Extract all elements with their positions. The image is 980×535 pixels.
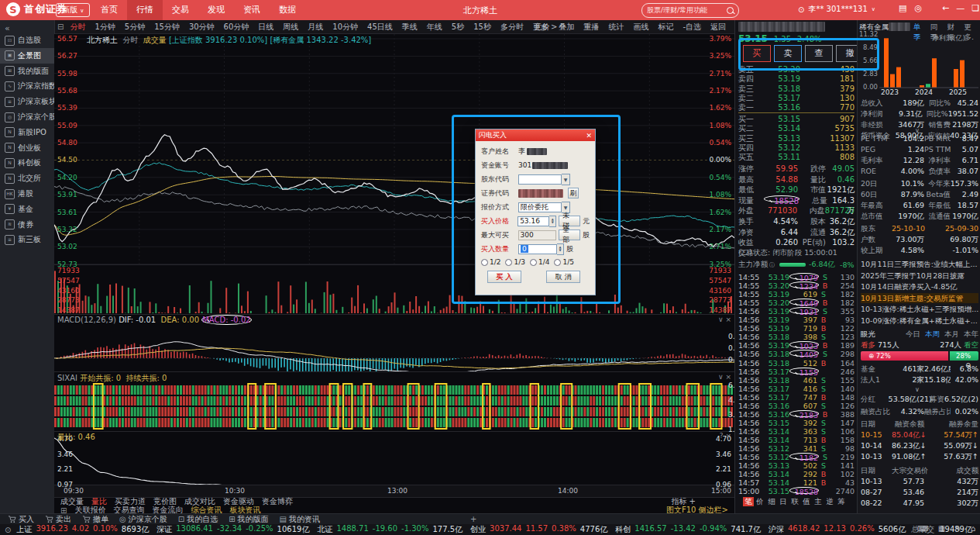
period-tab-5分钟[interactable]: 5分钟 (120, 22, 150, 33)
taskbar-我的自选[interactable]: ⊡我的自选 (178, 514, 218, 525)
radio-icon[interactable] (481, 259, 488, 266)
sidebar-item-沪深京板块[interactable]: ≡沪深京板块 (0, 94, 54, 109)
add-panel-button[interactable]: + (470, 515, 476, 523)
period-tab-分时[interactable]: 分时 (65, 22, 90, 33)
sidebar-item-债券[interactable]: ≋债券 (0, 217, 54, 233)
tick-tab-主[interactable]: 主 (813, 497, 824, 506)
period-tab-45日线[interactable]: 45日线 (363, 22, 397, 33)
tool-竞价[interactable]: 竞价 (529, 22, 554, 33)
dialog-close-icon[interactable]: ✕ (586, 132, 592, 140)
user-account[interactable]: ⊙ 李** 301***131 ∨ (798, 4, 875, 15)
tick-tab-价[interactable]: 价 (755, 497, 765, 506)
tick-tab-逆[interactable]: 逆 (824, 497, 835, 506)
sidebar-item-基金[interactable]: ¥基金 (0, 202, 54, 217)
period-tab-季线[interactable]: 季线 (397, 22, 422, 33)
fraction-option-1/4[interactable]: 1/4 (530, 258, 549, 266)
taskbar-我的资讯[interactable]: ▤我的资讯 (280, 514, 320, 525)
buy-price-input[interactable]: 53.16 (518, 216, 549, 226)
tool-统计[interactable]: 统计 (603, 22, 628, 33)
buy-qty-input[interactable]: 0 (518, 244, 557, 254)
period-tab-日线[interactable]: 日线 (253, 22, 278, 33)
dialog-titlebar[interactable]: 闪电买入 ✕ (476, 129, 595, 141)
news-item[interactable]: 10月11日三季报预告:业绩大幅上... (861, 259, 978, 269)
monitor-icon[interactable]: ▦ (938, 524, 945, 533)
quick-买-button[interactable]: 买 (743, 45, 771, 62)
fraction-option-1/2[interactable]: 1/2 (481, 258, 500, 266)
menu-item-数据[interactable]: 数据 (270, 0, 305, 20)
tool-画线[interactable]: 画线 (628, 22, 653, 33)
pen-icon[interactable]: ✎ (954, 524, 961, 533)
restore-button[interactable]: ❏ (971, 3, 979, 13)
back-button[interactable]: ← (942, 3, 949, 13)
period-tab-5秒[interactable]: 5秒 (447, 22, 469, 33)
tool-标记[interactable]: 标记 (653, 22, 678, 33)
fraction-option-1/5[interactable]: 1/5 (554, 258, 573, 266)
period-tab-15秒[interactable]: 15秒 (469, 22, 496, 33)
sixai-pane-controls[interactable]: ∨ × (718, 373, 731, 381)
taskbar-沪深京个股[interactable]: ◎沪深京个股 (119, 514, 167, 525)
sentiment-tab-本年[interactable]: 本年 (964, 330, 978, 340)
tick-tab-笔[interactable]: 笔 (743, 497, 754, 506)
holder-code-select[interactable] (518, 174, 562, 185)
quote-mode-select[interactable]: 限价委托 (518, 202, 562, 212)
index-北证[interactable]: 北证1488.71-19.60-1.30%177.5亿 (317, 524, 462, 535)
sentiment-tab-本月[interactable]: 本月 (944, 330, 959, 340)
period-tab-1分钟[interactable]: 1分钟 (90, 22, 119, 33)
menu-item-首页[interactable]: 首页 (91, 0, 127, 20)
sidebar-item-全景图[interactable]: ▣全景图 (0, 48, 54, 64)
tick-tab-细[interactable]: 细 (766, 497, 777, 506)
layout-icon[interactable]: ⊟ (57, 22, 64, 31)
news-item[interactable]: 10月14日融资净买入-4.85亿 (861, 281, 978, 292)
confirm-buy-button[interactable]: 买 入 (487, 271, 521, 283)
main-chart-area[interactable]: 北方稀土 分时 成交量 [上证指数 3916.23 0.10%] [稀有金属 1… (54, 34, 734, 514)
menu-dot-icon[interactable]: ⊙ (5, 526, 11, 534)
radio-icon[interactable] (530, 259, 537, 266)
news-item[interactable]: 10-13涨停:稀土永磁+三季报预增... (861, 304, 978, 314)
all-button[interactable]: 全部 (559, 230, 580, 240)
radio-icon[interactable] (554, 259, 561, 266)
taskbar-撤单[interactable]: 撤单 (82, 514, 108, 525)
macd-pane-controls[interactable]: ∨ × (718, 316, 731, 323)
period-tab-多分时[interactable]: 多分时 (496, 22, 528, 33)
sidebar-item-科创板[interactable]: N科创板 (0, 155, 54, 171)
tick-tab-日[interactable]: 日 (778, 497, 789, 506)
index-深证[interactable]: 深证13086.41-32.34-0.25%10619亿 (156, 524, 309, 535)
keyboard-icon[interactable]: ⌨ (917, 524, 928, 533)
sentiment-tab-本周[interactable]: 本周 (925, 330, 940, 340)
liangbi-pane-controls[interactable]: ? × (720, 432, 731, 440)
search-input[interactable]: 股票/理财/常用功能 (641, 3, 739, 18)
sidebar-item-我的版面[interactable]: ⊞我的版面 (0, 64, 54, 79)
message-icon[interactable]: ▤ (899, 3, 906, 13)
tick-tab-筹[interactable]: 筹 (836, 497, 847, 506)
period-tab-周线[interactable]: 周线 (278, 22, 303, 33)
taskbar-卖出[interactable]: 卖出 (45, 514, 71, 525)
index-创业[interactable]: 创业3037.4411.570.38%4776亿 (470, 524, 607, 535)
menu-item-交易[interactable]: 交易 (163, 0, 198, 20)
cancel-button[interactable]: 取 消 (546, 271, 580, 283)
period-tab-月线[interactable]: 月线 (303, 22, 328, 33)
sidebar-item-创业板[interactable]: N创业板 (0, 140, 54, 156)
sidebar-item-北交所[interactable]: N北交所 (0, 171, 54, 186)
period-tab-年线[interactable]: 年线 (422, 22, 447, 33)
menu-item-行情[interactable]: 行情 (127, 0, 163, 20)
index-沪深[interactable]: 沪深4618.4212.130.26%5606亿 (769, 524, 906, 535)
service-icon[interactable]: ◎ (914, 3, 922, 13)
home-icon[interactable]: ⌂ (971, 524, 975, 533)
expand-chevron-icon[interactable]: ∨ (915, 386, 920, 393)
news-item[interactable]: 2025年三季报于10月28日披露 (861, 271, 978, 281)
tick-tab-值[interactable]: 值 (801, 497, 812, 506)
tab-资金博弈[interactable]: 资金博弈 (259, 496, 296, 507)
news-item[interactable]: 10-09涨停:稀有金属+稀土永磁+... (861, 316, 978, 326)
sidebar-item-自选股[interactable]: ⊡自选股 (0, 33, 54, 48)
sentiment-tab-今日[interactable]: 今日 (906, 330, 920, 340)
tool--自选[interactable]: -自选 (678, 22, 706, 33)
period-tab-15分钟[interactable]: 15分钟 (150, 22, 184, 33)
fraction-option-1/3[interactable]: 1/3 (505, 258, 524, 266)
index-科创[interactable]: 科创1416.57-13.42-0.94%741.7亿 (615, 524, 761, 535)
sidebar-item-沪深京个股[interactable]: ◎沪深京个股 (0, 109, 54, 125)
tool-重播[interactable]: 重播 (579, 22, 603, 33)
dropdown-arrow-icon[interactable]: ▼ (562, 174, 570, 185)
taskbar-买入[interactable]: 买入 (8, 514, 34, 525)
price-stepper[interactable]: ▲▼ (549, 216, 556, 227)
news-item[interactable]: 10月13日新增主题:交易所监管 (861, 293, 978, 303)
